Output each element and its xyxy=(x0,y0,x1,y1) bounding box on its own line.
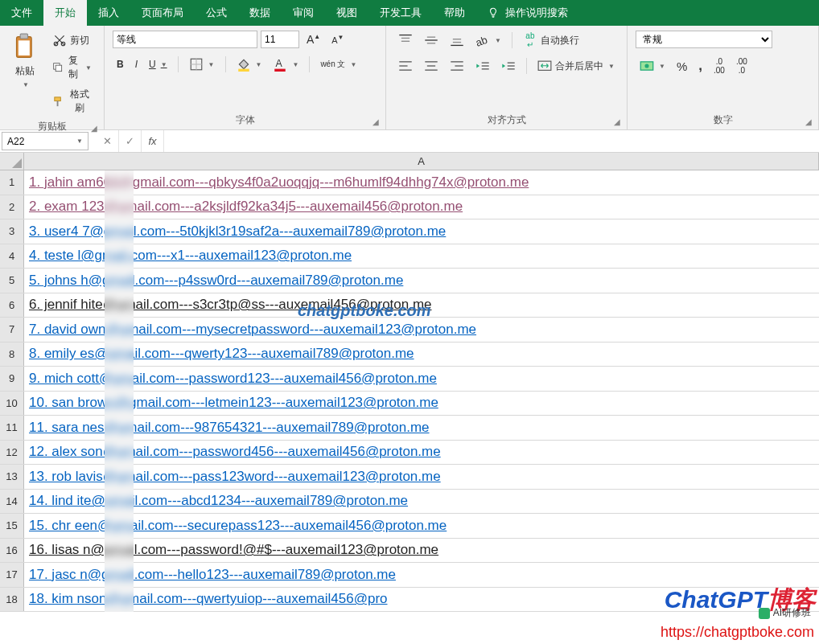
row-header[interactable]: 1 xyxy=(0,170,24,195)
cell-a10[interactable]: 10. san brown@gmail.com---letmein123---a… xyxy=(24,392,819,416)
comma-button[interactable]: , xyxy=(694,55,706,76)
fx-button[interactable]: fx xyxy=(142,130,164,152)
cell-a14[interactable]: 14. lind ite@gmail.com---abcd1234---auxe… xyxy=(24,490,819,514)
tell-me-search[interactable]: 操作说明搜索 xyxy=(476,0,578,26)
number-format-combo[interactable]: 常规 xyxy=(636,31,772,48)
cell-a17[interactable]: 17. jasc n@gmail.com---hello123---auxema… xyxy=(24,563,819,587)
merge-center-button[interactable]: 合并后居中▼ xyxy=(533,56,619,76)
menu-tab-formulas[interactable]: 公式 xyxy=(195,0,238,26)
paste-button[interactable]: 粘贴 ▼ xyxy=(8,31,42,87)
format-painter-button[interactable]: 格式刷 xyxy=(48,85,96,117)
cell-a13[interactable]: 13. rob lavis@gmail.com---pass123word---… xyxy=(24,465,819,489)
dialog-launcher-icon[interactable]: ◢ xyxy=(372,117,379,126)
column-header-a[interactable]: A xyxy=(24,153,819,170)
menu-tab-help[interactable]: 帮助 xyxy=(433,0,476,26)
align-bottom-button[interactable] xyxy=(446,31,468,50)
font-name-combo[interactable] xyxy=(113,31,257,48)
decrease-font-button[interactable]: A▼ xyxy=(327,31,348,47)
chevron-down-icon: ▼ xyxy=(495,37,501,44)
cell-a18[interactable]: 18. kim nson@gmail.com---qwertyuiop---au… xyxy=(24,588,819,612)
bold-button[interactable]: B xyxy=(113,56,128,72)
dialog-launcher-icon[interactable]: ◢ xyxy=(614,117,620,126)
menu-tab-insert[interactable]: 插入 xyxy=(87,0,130,26)
cancel-formula-button[interactable]: ✕ xyxy=(97,130,119,152)
increase-font-button[interactable]: A▲ xyxy=(302,31,324,48)
row-header[interactable]: 2 xyxy=(0,195,24,219)
cell-a2[interactable]: 2. exam 123@gmail.com---a2ksjldf92ka34j5… xyxy=(24,195,819,219)
increase-decimal-button[interactable]: .0.00 xyxy=(710,55,729,77)
row-header[interactable]: 17 xyxy=(0,563,24,587)
formula-bar: A22▼ ✕ ✓ fx xyxy=(0,130,819,153)
formula-input[interactable] xyxy=(164,130,819,152)
decrease-decimal-button[interactable]: .00.0 xyxy=(732,55,751,77)
merge-icon xyxy=(537,59,552,73)
row-header[interactable]: 4 xyxy=(0,244,24,269)
orientation-button[interactable]: ab▼ xyxy=(471,31,505,50)
cell-a8[interactable]: 8. emily es@gmail.com---qwerty123---auxe… xyxy=(24,343,819,367)
row-header[interactable]: 5 xyxy=(0,269,24,293)
align-left-button[interactable] xyxy=(394,56,417,76)
phonetic-button[interactable]: wén 文▼ xyxy=(316,58,360,71)
group-label-clipboard: 剪贴板◢ xyxy=(8,117,96,134)
row-header[interactable]: 8 xyxy=(0,343,24,367)
name-box[interactable]: A22▼ xyxy=(2,132,88,150)
bucket-icon xyxy=(237,57,251,72)
chevron-down-icon: ▼ xyxy=(161,61,167,68)
svg-rect-1 xyxy=(20,34,27,39)
menu-tab-layout[interactable]: 页面布局 xyxy=(130,0,195,26)
row-header[interactable]: 16 xyxy=(0,539,24,563)
row-header[interactable]: 13 xyxy=(0,465,24,489)
cell-a11[interactable]: 11. sara nes@gmail.com---987654321---aux… xyxy=(24,416,819,440)
menu-tab-review[interactable]: 审阅 xyxy=(282,0,325,26)
align-right-button[interactable] xyxy=(446,56,468,76)
row-header[interactable]: 15 xyxy=(0,514,24,538)
cell-a1[interactable]: 1. jahin am668@gmail.com---qbkys4f0a2uoq… xyxy=(24,170,819,195)
row-header[interactable]: 12 xyxy=(0,441,24,465)
cut-button[interactable]: 剪切 xyxy=(48,31,96,50)
row-header[interactable]: 11 xyxy=(0,416,24,440)
menu-tab-file[interactable]: 文件 xyxy=(0,0,43,26)
accounting-format-button[interactable]: ▼ xyxy=(636,56,669,76)
cell-a5[interactable]: 5. johns h@gmail.com---p4ssw0rd---auxema… xyxy=(24,269,819,293)
menu-tab-view[interactable]: 视图 xyxy=(325,0,368,26)
cell-a9[interactable]: 9. mich cott@gmail.com---password123---a… xyxy=(24,367,819,391)
border-button[interactable]: ▼ xyxy=(185,55,219,74)
row-header[interactable]: 14 xyxy=(0,490,24,514)
row-header[interactable]: 7 xyxy=(0,318,24,342)
row-header[interactable]: 3 xyxy=(0,219,24,244)
underline-button[interactable]: U▼ xyxy=(145,56,171,72)
align-middle-button[interactable] xyxy=(420,31,442,50)
increase-indent-button[interactable] xyxy=(497,56,520,76)
cell-a7[interactable]: 7. david own@gmail.com---mysecretpasswor… xyxy=(24,318,819,342)
menu-tab-home[interactable]: 开始 xyxy=(43,0,87,26)
svg-rect-8 xyxy=(57,100,59,106)
fill-color-button[interactable]: ▼ xyxy=(233,55,266,74)
cell-a12[interactable]: 12. alex son@gmail.com---password456---a… xyxy=(24,441,819,465)
menu-tab-devtools[interactable]: 开发工具 xyxy=(368,0,433,26)
italic-button[interactable]: I xyxy=(131,56,142,72)
cell-a3[interactable]: 3. user4 7@gmail.com---5t0kjkl3r19saf2a-… xyxy=(24,219,819,244)
align-top-button[interactable] xyxy=(394,31,417,50)
chevron-down-icon: ▼ xyxy=(208,61,215,68)
font-color-button[interactable]: A▼ xyxy=(269,55,302,74)
row-header[interactable]: 9 xyxy=(0,367,24,391)
copy-button[interactable]: 复制▼ xyxy=(48,51,96,84)
row-header[interactable]: 6 xyxy=(0,293,24,318)
select-all-corner[interactable] xyxy=(0,153,24,170)
copy-label: 复制 xyxy=(66,54,80,81)
row-header[interactable]: 18 xyxy=(0,588,24,612)
align-center-button[interactable] xyxy=(420,56,442,76)
row-header[interactable]: 10 xyxy=(0,392,24,416)
cell-a4[interactable]: 4. teste l@gmail.com---x1---auxemail123@… xyxy=(24,244,819,269)
dialog-launcher-icon[interactable]: ◢ xyxy=(91,124,97,133)
font-size-combo[interactable] xyxy=(261,31,299,48)
dialog-launcher-icon[interactable]: ◢ xyxy=(805,117,812,126)
decrease-indent-button[interactable] xyxy=(471,56,494,76)
confirm-formula-button[interactable]: ✓ xyxy=(119,130,142,152)
cell-a15[interactable]: 15. chr een@gmail.com---securepass123---… xyxy=(24,514,819,538)
cell-a16[interactable]: 16. lisas n@gmail.com---password!@#$---a… xyxy=(24,539,819,563)
menu-tab-data[interactable]: 数据 xyxy=(238,0,282,26)
cell-a6[interactable]: 6. jennif hite@gmail.com---s3cr3tp@ss---… xyxy=(24,293,819,318)
wrap-text-button[interactable]: ab↵自动换行 xyxy=(519,31,583,50)
percent-button[interactable]: % xyxy=(673,57,691,76)
